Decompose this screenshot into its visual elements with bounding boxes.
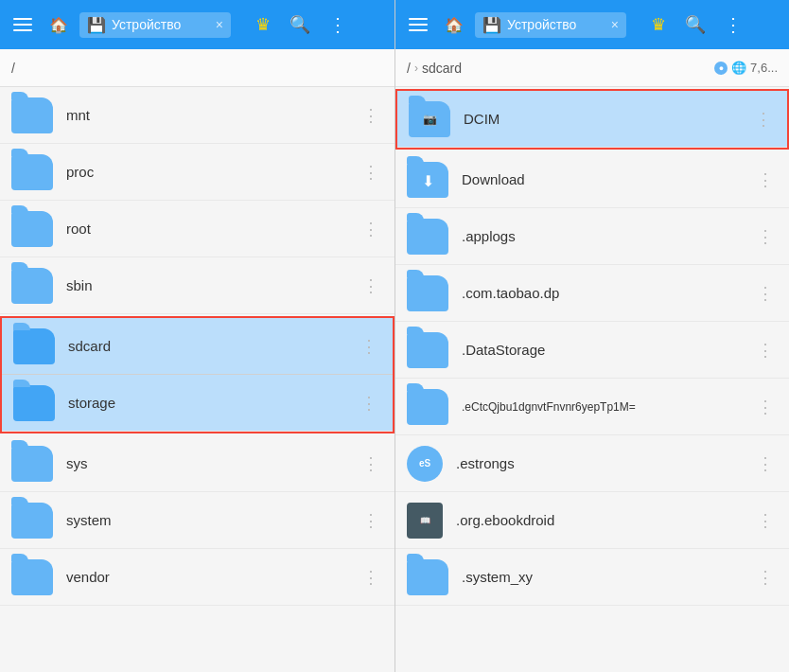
file-name: proc bbox=[66, 164, 359, 180]
right-dcim-group: 📷 DCIM ⋮ bbox=[395, 89, 789, 150]
folder-icon bbox=[407, 389, 448, 425]
more-icon[interactable]: ⋮ bbox=[753, 506, 778, 535]
more-icon[interactable]: ⋮ bbox=[359, 563, 383, 592]
folder-icon bbox=[13, 328, 55, 364]
left-selection-group: sdcard ⋮ storage ⋮ bbox=[0, 316, 394, 433]
list-item[interactable]: mnt ⋮ bbox=[0, 87, 394, 144]
list-item[interactable]: proc ⋮ bbox=[0, 144, 394, 201]
right-more-button[interactable]: ⋮ bbox=[717, 8, 747, 42]
more-icon[interactable]: ⋮ bbox=[753, 563, 778, 592]
more-icon[interactable]: ⋮ bbox=[357, 389, 381, 417]
list-item[interactable]: storage ⋮ bbox=[2, 375, 393, 432]
more-icon[interactable]: ⋮ bbox=[359, 450, 383, 478]
more-icon[interactable]: ⋮ bbox=[753, 222, 778, 251]
list-item[interactable]: sdcard ⋮ bbox=[2, 318, 393, 375]
left-search-button[interactable]: 🔍 bbox=[284, 9, 316, 41]
list-item[interactable]: sys ⋮ bbox=[0, 435, 394, 492]
file-name: mnt bbox=[66, 107, 359, 123]
file-name: sbin bbox=[66, 277, 359, 293]
left-crown-icon: ♛ bbox=[248, 9, 278, 41]
left-tab-close[interactable]: × bbox=[216, 17, 223, 32]
left-tab[interactable]: 💾 Устройство × bbox=[79, 12, 231, 38]
list-item[interactable]: root ⋮ bbox=[0, 201, 394, 257]
folder-icon bbox=[11, 97, 53, 133]
list-item[interactable]: .system_xy ⋮ bbox=[395, 549, 789, 606]
right-breadcrumb-root[interactable]: / bbox=[407, 61, 411, 76]
left-more-button[interactable]: ⋮ bbox=[322, 8, 352, 42]
list-item[interactable]: ⬇ Download ⋮ bbox=[395, 151, 789, 208]
list-item[interactable]: eS .estrongs ⋮ bbox=[395, 435, 789, 492]
right-breadcrumb-sep: › bbox=[414, 62, 418, 75]
right-file-list[interactable]: 📷 DCIM ⋮ ⬇ Download ⋮ .applogs ⋮ .com.ta… bbox=[395, 87, 789, 672]
file-name: .org.ebookdroid bbox=[456, 512, 753, 528]
folder-icon bbox=[11, 154, 53, 190]
more-icon[interactable]: ⋮ bbox=[357, 332, 381, 361]
file-name: Download bbox=[462, 171, 753, 187]
file-name: .system_xy bbox=[462, 569, 753, 585]
right-panel: 🏠 💾 Устройство × ♛ 🔍 ⋮ / › sdcard ● 🌐 7,… bbox=[394, 0, 789, 672]
list-item[interactable]: vendor ⋮ bbox=[0, 549, 394, 606]
folder-icon bbox=[11, 268, 53, 304]
list-item[interactable]: 📷 DCIM ⋮ bbox=[397, 91, 787, 148]
download-folder-icon: ⬇ bbox=[407, 162, 448, 198]
more-icon[interactable]: ⋮ bbox=[359, 215, 383, 243]
right-tab[interactable]: 💾 Устройство × bbox=[475, 12, 626, 38]
left-home-button[interactable]: 🏠 bbox=[44, 10, 74, 40]
folder-icon bbox=[11, 503, 53, 539]
list-item[interactable]: .applogs ⋮ bbox=[395, 208, 789, 265]
more-icon[interactable]: ⋮ bbox=[753, 166, 778, 194]
more-icon[interactable]: ⋮ bbox=[753, 450, 778, 478]
file-name: DCIM bbox=[464, 111, 751, 127]
right-tab-icon: 💾 bbox=[482, 16, 501, 34]
list-item[interactable]: .com.taobao.dp ⋮ bbox=[395, 265, 789, 322]
more-icon[interactable]: ⋮ bbox=[359, 101, 383, 130]
file-name: sdcard bbox=[68, 338, 357, 354]
left-file-list[interactable]: mnt ⋮ proc ⋮ root ⋮ sbin ⋮ sdcard ⋮ bbox=[0, 87, 394, 672]
right-menu-button[interactable] bbox=[403, 12, 433, 37]
folder-icon bbox=[407, 275, 448, 311]
folder-icon bbox=[407, 559, 448, 595]
more-icon[interactable]: ⋮ bbox=[359, 272, 383, 300]
list-item[interactable]: .eCtcQjbu1dgnvtFnvnr6yepTp1M= ⋮ bbox=[395, 379, 789, 435]
left-tab-label: Устройство bbox=[112, 17, 181, 32]
more-icon[interactable]: ⋮ bbox=[751, 105, 776, 133]
dcim-folder-icon: 📷 bbox=[409, 101, 450, 137]
right-tab-close[interactable]: × bbox=[611, 17, 619, 32]
right-home-button[interactable]: 🏠 bbox=[439, 10, 469, 40]
list-item[interactable]: .DataStorage ⋮ bbox=[395, 322, 789, 379]
globe-icon: ● bbox=[714, 62, 728, 75]
more-icon[interactable]: ⋮ bbox=[753, 336, 778, 364]
file-name: .applogs bbox=[462, 228, 753, 244]
right-breadcrumb: / › sdcard ● 🌐 7,6... bbox=[395, 49, 789, 87]
folder-icon bbox=[11, 446, 53, 482]
left-breadcrumb: / bbox=[0, 49, 394, 87]
file-name: storage bbox=[68, 395, 357, 411]
folder-icon bbox=[11, 211, 53, 247]
folder-icon bbox=[407, 219, 448, 255]
more-icon[interactable]: ⋮ bbox=[359, 506, 383, 535]
file-name: root bbox=[66, 221, 359, 237]
folder-icon bbox=[11, 559, 53, 595]
left-toolbar: 🏠 💾 Устройство × ♛ 🔍 ⋮ bbox=[0, 0, 394, 49]
estrongs-icon: eS bbox=[407, 446, 443, 482]
list-item[interactable]: 📖 .org.ebookdroid ⋮ bbox=[395, 492, 789, 549]
file-name: system bbox=[66, 512, 359, 528]
left-menu-button[interactable] bbox=[8, 12, 38, 37]
list-item[interactable]: system ⋮ bbox=[0, 492, 394, 549]
more-icon[interactable]: ⋮ bbox=[359, 158, 383, 186]
right-search-button[interactable]: 🔍 bbox=[679, 9, 711, 41]
right-storage-info: ● 🌐 7,6... bbox=[714, 61, 778, 75]
file-name: sys bbox=[66, 455, 359, 471]
right-breadcrumb-sdcard[interactable]: sdcard bbox=[422, 61, 462, 76]
list-item[interactable]: sbin ⋮ bbox=[0, 257, 394, 314]
ebookdroid-label: 📖 bbox=[420, 516, 430, 525]
more-icon[interactable]: ⋮ bbox=[753, 279, 778, 308]
left-panel: 🏠 💾 Устройство × ♛ 🔍 ⋮ / mnt ⋮ proc ⋮ ro… bbox=[0, 0, 394, 672]
left-tab-icon: 💾 bbox=[87, 16, 106, 34]
right-tab-label: Устройство bbox=[507, 17, 576, 32]
left-breadcrumb-root[interactable]: / bbox=[11, 61, 15, 76]
more-icon[interactable]: ⋮ bbox=[753, 393, 778, 421]
file-name: vendor bbox=[66, 569, 359, 585]
right-crown-icon: ♛ bbox=[643, 9, 674, 41]
estrongs-label: eS bbox=[419, 458, 430, 469]
